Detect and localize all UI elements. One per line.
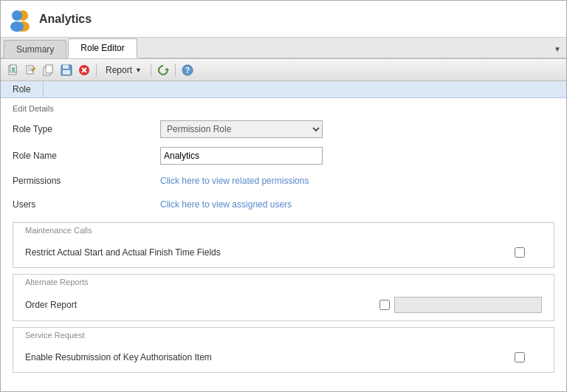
- role-name-row: Role Name: [1, 142, 566, 169]
- edit-icon: [25, 64, 37, 76]
- edit-button[interactable]: [23, 62, 39, 78]
- maintenance-calls-content: Restrict Actual Start and Actual Finish …: [13, 238, 554, 267]
- users-row: Users Click here to view assigned users: [1, 193, 566, 216]
- order-report-controls: [379, 297, 542, 313]
- svg-point-2: [12, 10, 22, 21]
- help-icon: ?: [182, 64, 193, 76]
- users-label: Users: [13, 199, 160, 210]
- users-link[interactable]: Click here to view assigned users: [160, 199, 292, 210]
- alternate-reports-title: Alternate Reports: [13, 275, 554, 289]
- tab-role-editor[interactable]: Role Editor: [68, 38, 137, 58]
- permissions-value: Click here to view related permissions: [160, 176, 554, 186]
- role-type-value: Permission Role: [160, 120, 554, 138]
- svg-rect-16: [63, 65, 69, 69]
- tab-dropdown[interactable]: ▼: [551, 43, 563, 55]
- delete-icon: [78, 64, 90, 76]
- restrict-checkbox-cell: [498, 247, 542, 258]
- permissions-link[interactable]: Click here to view related permissions: [160, 176, 309, 186]
- role-name-label: Role Name: [13, 151, 160, 161]
- maintenance-calls-section: Maintenance Calls Restrict Actual Start …: [13, 222, 554, 268]
- svg-point-3: [10, 21, 24, 32]
- permissions-row: Permissions Click here to view related p…: [1, 169, 566, 193]
- tab-summary[interactable]: Summary: [4, 40, 66, 58]
- main-window: Analytics Summary Role Editor ▼: [0, 0, 567, 392]
- svg-rect-14: [46, 65, 52, 73]
- role-type-select[interactable]: Permission Role: [160, 120, 323, 138]
- order-report-checkbox[interactable]: [379, 300, 390, 310]
- refresh-button[interactable]: [155, 62, 171, 78]
- window-title: Analytics: [39, 13, 92, 26]
- toolbar-sep-1: [96, 63, 97, 77]
- toolbar: Report ▼ ?: [1, 59, 566, 81]
- content-area: Role Edit Details Role Type Permission R…: [1, 81, 566, 391]
- help-button[interactable]: ?: [179, 62, 196, 78]
- title-bar: Analytics: [1, 1, 566, 38]
- role-tab-header: Role: [1, 81, 566, 98]
- service-request-title: Service Request: [13, 328, 554, 343]
- order-report-row: Order Report: [13, 292, 554, 317]
- role-name-value: [160, 147, 554, 165]
- svg-rect-17: [63, 70, 70, 75]
- restrict-row: Restrict Actual Start and Actual Finish …: [13, 241, 554, 264]
- delete-button[interactable]: [76, 62, 92, 78]
- service-request-section: Service Request Enable Resubmission of K…: [13, 327, 554, 373]
- copy-icon: [43, 64, 55, 76]
- restrict-checkbox[interactable]: [515, 247, 525, 258]
- alternate-reports-content: Order Report: [13, 289, 554, 320]
- refresh-icon: [157, 64, 169, 76]
- maintenance-calls-title: Maintenance Calls: [13, 223, 554, 238]
- role-type-label: Role Type: [13, 124, 160, 134]
- toolbar-sep-3: [175, 63, 176, 77]
- edit-details-title: Edit Details: [1, 98, 566, 116]
- enable-resubmission-checkbox-cell: [498, 352, 542, 362]
- users-value: Click here to view assigned users: [160, 199, 554, 210]
- new-icon: [7, 64, 19, 76]
- enable-resubmission-label: Enable Resubmission of Key Authorisation…: [25, 352, 498, 362]
- toolbar-sep-2: [151, 63, 151, 77]
- alternate-reports-section: Alternate Reports Order Report: [13, 274, 554, 321]
- users-icon: [7, 6, 33, 32]
- role-name-input[interactable]: [160, 147, 323, 165]
- service-request-content: Enable Resubmission of Key Authorisation…: [13, 343, 554, 372]
- new-button[interactable]: [5, 62, 21, 78]
- svg-marker-21: [165, 68, 169, 70]
- restrict-label: Restrict Actual Start and Actual Finish …: [25, 247, 498, 258]
- order-report-input[interactable]: [394, 297, 542, 313]
- enable-resubmission-checkbox[interactable]: [515, 352, 525, 362]
- save-button[interactable]: [58, 62, 75, 78]
- permissions-label: Permissions: [13, 176, 160, 186]
- enable-resubmission-row: Enable Resubmission of Key Authorisation…: [13, 345, 554, 369]
- save-icon: [61, 64, 72, 76]
- order-report-label: Order Report: [25, 300, 379, 310]
- report-button[interactable]: Report ▼: [100, 63, 147, 78]
- copy-button[interactable]: [41, 62, 57, 78]
- role-type-row: Role Type Permission Role: [1, 116, 566, 142]
- svg-text:?: ?: [185, 66, 190, 75]
- report-dropdown-arrow: ▼: [135, 66, 142, 74]
- role-tab[interactable]: Role: [1, 81, 44, 97]
- tab-bar: Summary Role Editor ▼: [1, 38, 566, 59]
